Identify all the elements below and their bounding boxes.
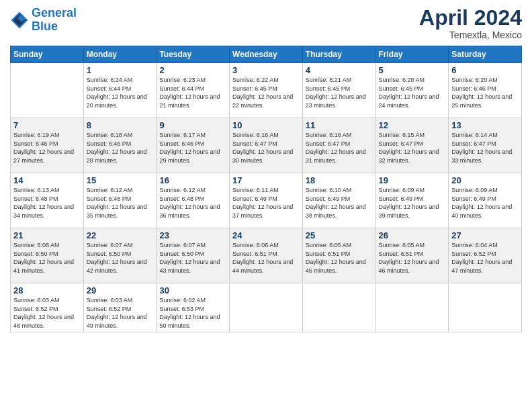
day-info: Sunrise: 6:12 AM Sunset: 6:48 PM Dayligh… xyxy=(159,186,226,220)
week-row-4: 21Sunrise: 6:08 AM Sunset: 6:50 PM Dayli… xyxy=(11,228,522,283)
day-number: 22 xyxy=(87,230,154,240)
day-cell: 26Sunrise: 6:05 AM Sunset: 6:51 PM Dayli… xyxy=(375,228,449,283)
day-cell: 23Sunrise: 6:07 AM Sunset: 6:50 PM Dayli… xyxy=(157,228,230,283)
day-info: Sunrise: 6:23 AM Sunset: 6:44 PM Dayligh… xyxy=(159,76,226,109)
day-number: 7 xyxy=(13,120,81,130)
day-info: Sunrise: 6:19 AM Sunset: 6:46 PM Dayligh… xyxy=(13,131,81,165)
day-number: 4 xyxy=(306,65,373,75)
week-row-3: 14Sunrise: 6:13 AM Sunset: 6:48 PM Dayli… xyxy=(11,173,522,228)
day-cell: 8Sunrise: 6:18 AM Sunset: 6:46 PM Daylig… xyxy=(83,118,157,173)
day-info: Sunrise: 6:15 AM Sunset: 6:47 PM Dayligh… xyxy=(379,131,446,165)
day-info: Sunrise: 6:11 AM Sunset: 6:49 PM Dayligh… xyxy=(232,186,300,220)
day-number: 26 xyxy=(379,230,446,240)
header: General Blue April 2024 Temextla, Mexico xyxy=(10,7,522,40)
day-cell: 2Sunrise: 6:23 AM Sunset: 6:44 PM Daylig… xyxy=(157,63,230,118)
day-info: Sunrise: 6:21 AM Sunset: 6:45 PM Dayligh… xyxy=(306,76,373,109)
day-info: Sunrise: 6:16 AM Sunset: 6:47 PM Dayligh… xyxy=(232,131,300,165)
day-header-friday: Friday xyxy=(375,46,449,63)
day-info: Sunrise: 6:09 AM Sunset: 6:49 PM Dayligh… xyxy=(451,186,519,220)
day-cell: 13Sunrise: 6:14 AM Sunset: 6:47 PM Dayli… xyxy=(449,118,522,173)
day-cell: 24Sunrise: 6:06 AM Sunset: 6:51 PM Dayli… xyxy=(230,228,303,283)
day-info: Sunrise: 6:07 AM Sunset: 6:50 PM Dayligh… xyxy=(159,241,226,275)
day-number: 1 xyxy=(87,65,154,75)
logo-blue: Blue xyxy=(32,19,58,33)
day-number: 12 xyxy=(379,120,446,130)
day-header-wednesday: Wednesday xyxy=(230,46,303,63)
week-row-5: 28Sunrise: 6:03 AM Sunset: 6:52 PM Dayli… xyxy=(11,283,522,332)
day-info: Sunrise: 6:03 AM Sunset: 6:52 PM Dayligh… xyxy=(87,296,154,330)
day-info: Sunrise: 6:20 AM Sunset: 6:45 PM Dayligh… xyxy=(379,76,446,109)
day-info: Sunrise: 6:14 AM Sunset: 6:47 PM Dayligh… xyxy=(451,131,519,165)
day-cell: 28Sunrise: 6:03 AM Sunset: 6:52 PM Dayli… xyxy=(11,283,84,332)
day-cell: 27Sunrise: 6:04 AM Sunset: 6:52 PM Dayli… xyxy=(449,228,522,283)
day-info: Sunrise: 6:24 AM Sunset: 6:44 PM Dayligh… xyxy=(87,76,154,109)
day-number: 18 xyxy=(306,175,373,185)
day-cell: 21Sunrise: 6:08 AM Sunset: 6:50 PM Dayli… xyxy=(11,228,84,283)
logo-icon xyxy=(10,11,29,30)
day-number: 14 xyxy=(13,175,81,185)
day-info: Sunrise: 6:22 AM Sunset: 6:45 PM Dayligh… xyxy=(232,76,300,109)
day-header-sunday: Sunday xyxy=(11,46,84,63)
day-number: 21 xyxy=(13,230,81,240)
day-cell: 11Sunrise: 6:16 AM Sunset: 6:47 PM Dayli… xyxy=(302,118,375,173)
day-info: Sunrise: 6:07 AM Sunset: 6:50 PM Dayligh… xyxy=(87,241,154,275)
title-block: April 2024 Temextla, Mexico xyxy=(419,7,522,40)
day-number: 23 xyxy=(159,230,226,240)
day-number: 15 xyxy=(87,175,154,185)
day-cell: 16Sunrise: 6:12 AM Sunset: 6:48 PM Dayli… xyxy=(157,173,230,228)
day-number: 20 xyxy=(451,175,519,185)
day-cell: 6Sunrise: 6:20 AM Sunset: 6:46 PM Daylig… xyxy=(449,63,522,118)
day-cell: 4Sunrise: 6:21 AM Sunset: 6:45 PM Daylig… xyxy=(302,63,375,118)
month-title: April 2024 xyxy=(419,7,522,28)
day-cell xyxy=(230,283,303,332)
day-number: 16 xyxy=(159,175,226,185)
week-row-1: 1Sunrise: 6:24 AM Sunset: 6:44 PM Daylig… xyxy=(11,63,522,118)
page: General Blue April 2024 Temextla, Mexico… xyxy=(0,0,532,411)
day-info: Sunrise: 6:12 AM Sunset: 6:48 PM Dayligh… xyxy=(87,186,154,220)
day-cell xyxy=(11,63,84,118)
day-info: Sunrise: 6:04 AM Sunset: 6:52 PM Dayligh… xyxy=(451,241,519,275)
day-cell: 17Sunrise: 6:11 AM Sunset: 6:49 PM Dayli… xyxy=(230,173,303,228)
day-number: 13 xyxy=(451,120,519,130)
logo-text: General Blue xyxy=(32,7,77,34)
day-number: 9 xyxy=(159,120,226,130)
day-number: 2 xyxy=(159,65,226,75)
day-info: Sunrise: 6:02 AM Sunset: 6:53 PM Dayligh… xyxy=(159,296,226,330)
day-number: 19 xyxy=(379,175,446,185)
day-cell: 25Sunrise: 6:05 AM Sunset: 6:51 PM Dayli… xyxy=(302,228,375,283)
day-cell xyxy=(449,283,522,332)
day-cell: 30Sunrise: 6:02 AM Sunset: 6:53 PM Dayli… xyxy=(157,283,230,332)
day-header-saturday: Saturday xyxy=(449,46,522,63)
day-cell: 1Sunrise: 6:24 AM Sunset: 6:44 PM Daylig… xyxy=(83,63,157,118)
location-subtitle: Temextla, Mexico xyxy=(419,30,522,40)
day-number: 10 xyxy=(232,120,300,130)
day-info: Sunrise: 6:09 AM Sunset: 6:49 PM Dayligh… xyxy=(379,186,446,220)
day-info: Sunrise: 6:05 AM Sunset: 6:51 PM Dayligh… xyxy=(306,241,373,275)
day-number: 11 xyxy=(306,120,373,130)
day-number: 25 xyxy=(306,230,373,240)
day-number: 28 xyxy=(13,285,81,295)
day-number: 29 xyxy=(87,285,154,295)
day-info: Sunrise: 6:18 AM Sunset: 6:46 PM Dayligh… xyxy=(87,131,154,165)
week-row-2: 7Sunrise: 6:19 AM Sunset: 6:46 PM Daylig… xyxy=(11,118,522,173)
day-cell: 9Sunrise: 6:17 AM Sunset: 6:46 PM Daylig… xyxy=(157,118,230,173)
calendar-table: SundayMondayTuesdayWednesdayThursdayFrid… xyxy=(10,46,522,332)
day-number: 5 xyxy=(379,65,446,75)
day-info: Sunrise: 6:16 AM Sunset: 6:47 PM Dayligh… xyxy=(306,131,373,165)
day-cell: 22Sunrise: 6:07 AM Sunset: 6:50 PM Dayli… xyxy=(83,228,157,283)
day-number: 30 xyxy=(159,285,226,295)
header-row: SundayMondayTuesdayWednesdayThursdayFrid… xyxy=(11,46,522,63)
day-cell: 20Sunrise: 6:09 AM Sunset: 6:49 PM Dayli… xyxy=(449,173,522,228)
day-info: Sunrise: 6:08 AM Sunset: 6:50 PM Dayligh… xyxy=(13,241,81,275)
day-info: Sunrise: 6:06 AM Sunset: 6:51 PM Dayligh… xyxy=(232,241,300,275)
day-info: Sunrise: 6:13 AM Sunset: 6:48 PM Dayligh… xyxy=(13,186,81,220)
day-header-tuesday: Tuesday xyxy=(157,46,230,63)
day-number: 8 xyxy=(87,120,154,130)
day-cell: 10Sunrise: 6:16 AM Sunset: 6:47 PM Dayli… xyxy=(230,118,303,173)
day-cell: 3Sunrise: 6:22 AM Sunset: 6:45 PM Daylig… xyxy=(230,63,303,118)
day-info: Sunrise: 6:05 AM Sunset: 6:51 PM Dayligh… xyxy=(379,241,446,275)
day-cell xyxy=(375,283,449,332)
day-cell: 19Sunrise: 6:09 AM Sunset: 6:49 PM Dayli… xyxy=(375,173,449,228)
day-cell: 14Sunrise: 6:13 AM Sunset: 6:48 PM Dayli… xyxy=(11,173,84,228)
day-cell xyxy=(302,283,375,332)
